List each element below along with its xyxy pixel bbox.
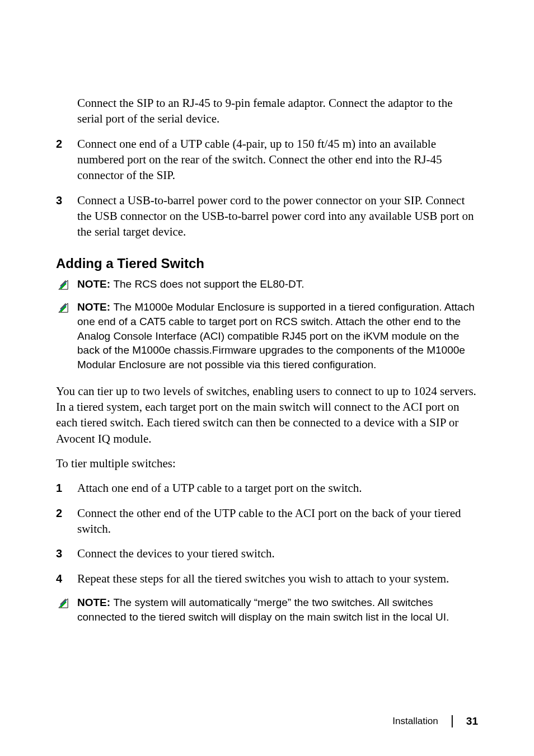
section-heading: Adding a Tiered Switch — [56, 256, 478, 271]
list-number: 4 — [56, 571, 77, 586]
list-text: Connect the devices to your tiered switc… — [77, 546, 478, 561]
list-text: Attach one end of a UTP cable to a targe… — [77, 480, 478, 496]
list-item: 3 Connect the devices to your tiered swi… — [56, 546, 478, 561]
note-block: NOTE: The RCS does not support the EL80-… — [56, 277, 478, 296]
note-text: The M1000e Modular Enclosure is supporte… — [77, 301, 475, 370]
list-text: Connect a USB-to-barrel power cord to th… — [77, 192, 478, 240]
note-block: NOTE: The system will automatically “mer… — [56, 595, 478, 624]
paragraph: To tier multiple switches: — [56, 456, 478, 471]
list-text: Connect one end of a UTP cable (4-pair, … — [77, 136, 478, 184]
list-text: Repeat these steps for all the tiered sw… — [77, 571, 478, 586]
list-text: Connect the other end of the UTP cable t… — [77, 505, 478, 537]
list-item: 3 Connect a USB-to-barrel power cord to … — [56, 192, 478, 240]
footer-page-number: 31 — [466, 715, 478, 727]
footer-section-name: Installation — [392, 716, 438, 727]
note-label: NOTE: — [77, 301, 113, 313]
list-item: 2 Connect the other end of the UTP cable… — [56, 505, 478, 537]
list-number: 1 — [56, 480, 77, 496]
list-item: 2 Connect one end of a UTP cable (4-pair… — [56, 136, 478, 184]
footer-separator: | — [451, 712, 454, 728]
list-number: 3 — [56, 546, 77, 561]
note-icon — [56, 278, 71, 292]
note-label: NOTE: — [77, 597, 113, 608]
paragraph-continuation: Connect the SIP to an RJ-45 to 9-pin fem… — [56, 95, 478, 127]
list-item: 4 Repeat these steps for all the tiered … — [56, 571, 478, 586]
list-number: 2 — [56, 505, 77, 537]
list-item: 1 Attach one end of a UTP cable to a tar… — [56, 480, 478, 496]
note-icon — [56, 596, 71, 611]
list-number: 2 — [56, 136, 77, 184]
note-icon — [56, 300, 71, 315]
paragraph: You can tier up to two levels of switche… — [56, 383, 478, 447]
note-label: NOTE: — [77, 278, 113, 290]
note-block: NOTE: The M1000e Modular Enclosure is su… — [56, 300, 478, 372]
page-footer: Installation | 31 — [392, 713, 478, 729]
list-number: 3 — [56, 192, 77, 240]
note-text: The RCS does not support the EL80-DT. — [113, 278, 304, 290]
note-text: The system will automatically “merge” th… — [77, 597, 449, 623]
